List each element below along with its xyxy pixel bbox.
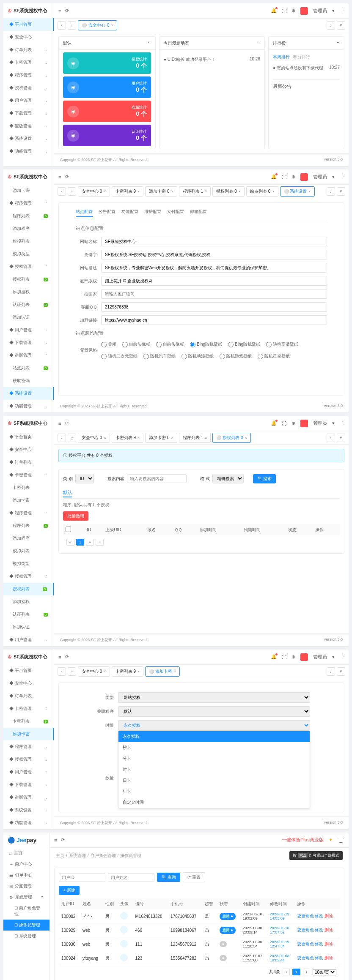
tab[interactable]: 站点列表 0 × [246,186,278,197]
nav-item[interactable]: ◆ 功能管理⌄ [3,816,54,829]
nav-subitem[interactable]: 添加认证 [3,311,54,324]
bell-icon[interactable]: 🔔 [271,420,277,426]
tab-next[interactable]: › [327,187,335,196]
refresh-icon[interactable]: ⟳ [65,420,69,426]
tab-more[interactable]: ▾ [337,187,345,196]
new-button[interactable]: + 新建 [59,886,80,895]
nav-group[interactable]: ◆ 下载管理⌄ [3,336,54,349]
nav-subitem[interactable]: 添加卡密 [3,728,54,740]
delete-link[interactable]: 删除 [324,914,333,918]
tab[interactable]: 安全中心 0 × [78,433,110,443]
bg-radio[interactable]: 关闭 [101,341,116,347]
filter-type-select[interactable]: ID [75,474,94,483]
nav-item[interactable]: ◆ 授权管理⌄ [3,82,54,94]
close-icon[interactable]: × [308,189,311,194]
nav-item[interactable]: ◆ 系统设置⌄ [3,132,54,145]
nav-item[interactable]: ◆ 安全中心 [3,677,54,690]
breadcrumb-item[interactable]: 系统管理 [69,853,86,858]
reset-button[interactable]: ⟳ 重置 [183,872,205,882]
nav-system-settings[interactable]: ◆ 系统设置 [3,387,54,400]
close-icon[interactable]: × [205,189,207,194]
admin-label[interactable]: 管理员 [313,654,327,660]
admin-label[interactable]: 管理员 [313,174,327,180]
page-prev[interactable]: ‹ [283,969,290,975]
bell-icon[interactable]: 🔔 [271,654,277,660]
tab-more[interactable]: ▾ [337,667,345,676]
refresh-icon[interactable]: ⟳ [65,174,69,180]
page-next[interactable]: › [303,969,310,975]
tab-security[interactable]: ⚪ 安全中心 0 × [78,20,117,30]
batch-delete-button[interactable]: 批量撤销 [63,511,88,521]
tab[interactable]: 程序列表 1 × [179,433,211,443]
page-btn[interactable]: « [66,539,74,546]
breadcrumb-item[interactable]: 主页 [56,853,64,858]
nav-subitem[interactable]: 模拟类型 [3,248,54,260]
nav-subitem[interactable]: 卡密列表 [3,481,54,494]
refresh-icon[interactable]: ⟳ [65,8,69,14]
nav-item[interactable]: ◆ 订单列表 [3,690,54,702]
help-icon[interactable]: ⊕ [292,8,295,14]
promo-link[interactable]: 一键体验Plus商业版 [282,837,323,843]
bell-icon[interactable]: 🔔 [271,8,277,14]
menu-toggle-icon[interactable]: ≡ [58,8,61,14]
nav-item[interactable]: ◆ 订单列表 [3,456,54,469]
close-icon[interactable]: × [272,189,274,194]
nav-item[interactable]: ◆ 用户管理⌄ [3,94,54,107]
chevron-down-icon[interactable]: ▾ [332,654,335,660]
nav-subitem[interactable]: 授权列表0 [3,273,54,286]
nav-item[interactable]: ◆ 用户管理⌄ [3,633,54,646]
more-icon[interactable]: ⋮ [340,174,344,180]
nav-subitem[interactable]: 程序列表5 [3,519,54,532]
jeepay-nav-item[interactable]: ⊞ 分账管理 [3,881,50,892]
close-icon[interactable]: × [239,189,241,194]
nav-item[interactable]: ◆ 卡密管理⌄ [3,56,54,69]
menu-toggle-icon[interactable]: ≡ [58,655,61,660]
bg-radio[interactable]: 自绘头像板 [122,341,150,347]
nav-item[interactable]: ◆ 订单列表⌄ [3,44,54,56]
bg-radio[interactable]: 自绘头像板 [156,341,184,347]
change-role-link[interactable]: 变更角色 [297,955,314,960]
tab[interactable]: 添加卡密 0 × [145,186,177,197]
nav-subitem[interactable]: 添加授权 [3,595,54,608]
tab[interactable]: 安全中心 0 × [78,666,110,677]
nav-group[interactable]: ◆ 程序管理⌃ [3,197,54,210]
nav-subitem[interactable]: 认证列表0 [3,608,54,621]
nav-item[interactable]: ◆ 卡密管理⌃ [3,702,54,715]
nav-subitem[interactable]: 获取密码 [3,374,54,387]
jeepay-nav-item[interactable]: ☰ 订单中心 [3,870,50,881]
admin-label[interactable]: 管理员 [313,420,327,426]
avatar[interactable] [300,420,308,427]
nav-item[interactable]: ◆ 安全中心 [3,443,54,456]
nav-add-card[interactable]: 添加卡密 [3,184,54,197]
list-tab[interactable]: 默认 [63,490,72,497]
nav-subitem[interactable]: 站点列表0 [3,362,54,374]
close-icon[interactable]: × [104,189,106,194]
bg-radio[interactable]: 随机游戏壁纸 [220,353,252,359]
tab[interactable]: 程序列表 1 × [179,186,211,197]
nav-subitem[interactable]: 授权列表0 [3,583,54,595]
nav-subitem[interactable]: 模拟类型 [3,557,54,570]
tab[interactable]: 卡密列表 9 × [112,186,144,197]
more-icon[interactable]: ⋮ [340,8,344,14]
close-icon[interactable]: × [205,436,207,440]
delete-link[interactable]: 删除 [324,955,333,960]
search-input[interactable] [127,474,187,483]
type-select[interactable]: 网站授权 [118,692,310,703]
admin-label[interactable]: 管理员 [313,8,327,14]
nav-item[interactable]: ◆ 下载管理⌄ [3,778,54,791]
tab[interactable]: ⚪ 授权列表 0 × [212,433,250,443]
select-all[interactable] [66,527,71,532]
search-button[interactable]: 🔍 搜索 [253,474,276,483]
dropdown-option[interactable]: 自定义时间 [118,797,310,808]
nav-item[interactable]: ◆ 授权管理⌄ [3,753,54,766]
nav-item[interactable]: ◆ 功能管理⌄ [3,145,54,158]
bg-radio[interactable]: 随机二次元壁纸 [101,353,138,359]
jeepay-nav-item[interactable]: ⌂ 主页 [3,848,50,859]
change-role-link[interactable]: 变更角色 [297,928,314,932]
bg-radio[interactable]: Bing随机壁纸 [190,341,222,347]
tab-prev[interactable]: ‹ [58,21,66,30]
menu-toggle-icon[interactable]: ≡ [58,175,61,180]
nav-item[interactable]: ◆ 安全中心 [3,31,54,44]
status-toggle[interactable]: 启用 ● [220,927,236,934]
config-tab[interactable]: 维护配置 [144,209,161,217]
